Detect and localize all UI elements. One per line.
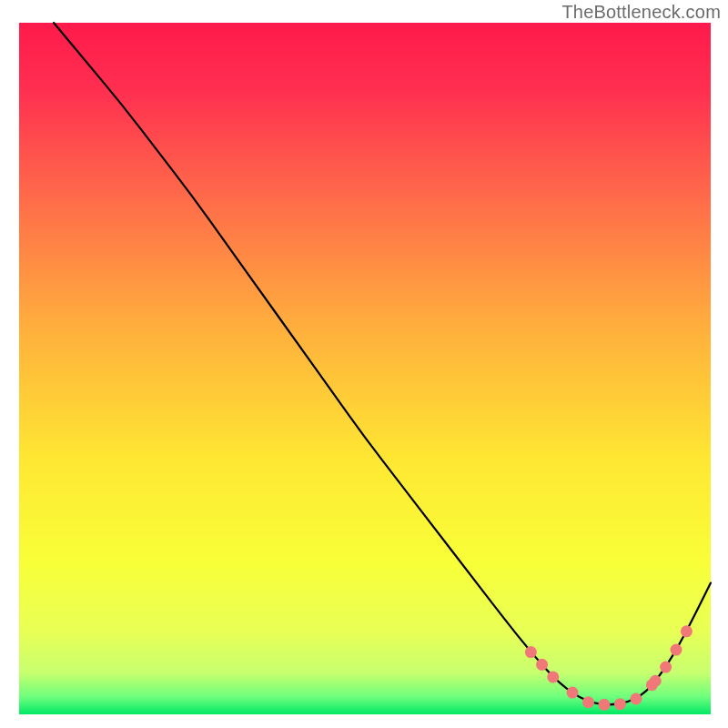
heat-gradient-background	[0, 0, 728, 728]
chart-root: TheBottleneck.com	[0, 0, 728, 728]
attribution-watermark: TheBottleneck.com	[561, 2, 721, 23]
